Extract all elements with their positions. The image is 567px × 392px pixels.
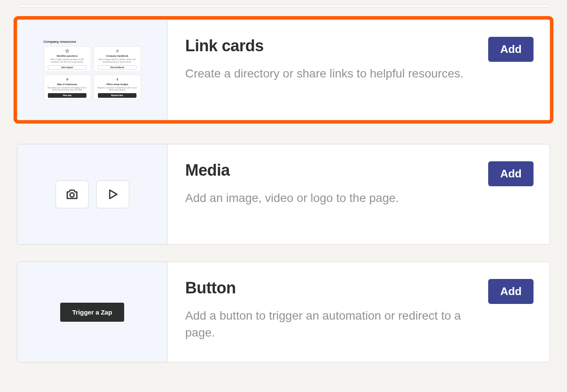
link-cards-mock: Company resources Benefits questions Wan… bbox=[44, 40, 141, 100]
tile-title: Benefits questions bbox=[57, 55, 78, 57]
trigger-zap-button-preview: Trigger a Zap bbox=[60, 303, 124, 322]
tile-title: Office setup budget bbox=[106, 83, 128, 86]
tile-desc: See where your coworkers are logging in … bbox=[46, 87, 89, 92]
tile-button: Request item bbox=[98, 93, 137, 98]
option-content: Media Add an image, video or logo to the… bbox=[167, 144, 550, 244]
tile-button: Start request bbox=[48, 65, 87, 70]
bookmark-icon bbox=[115, 49, 120, 53]
media-icons-row bbox=[56, 180, 129, 208]
link-card-tile: Company handbook View company mission, p… bbox=[94, 46, 141, 72]
tile-desc: Want to talk to people ops about an HR q… bbox=[46, 58, 89, 63]
svg-point-3 bbox=[67, 78, 68, 79]
link-cards-mock-grid: Benefits questions Want to talk to peopl… bbox=[44, 46, 141, 100]
option-content: Button Add a button to trigger an automa… bbox=[167, 262, 550, 362]
option-text: Link cards Create a directory or share l… bbox=[185, 37, 475, 82]
add-media-button[interactable]: Add bbox=[488, 161, 534, 186]
play-icon bbox=[96, 180, 129, 208]
option-title: Link cards bbox=[185, 37, 475, 55]
preview-button: Trigger a Zap bbox=[17, 262, 167, 362]
tile-desc: Request a new item to expense as part of… bbox=[96, 87, 139, 92]
option-title: Button bbox=[185, 279, 475, 297]
add-button-button[interactable]: Add bbox=[488, 279, 534, 304]
previous-option-card-edge bbox=[17, 4, 550, 8]
dollar-icon bbox=[115, 77, 120, 82]
preview-link-cards: Company resources Benefits questions Wan… bbox=[17, 20, 167, 120]
tile-button: View handbook bbox=[98, 65, 137, 70]
option-description: Add an image, video or logo to the page. bbox=[185, 190, 475, 207]
tile-title: Company handbook bbox=[106, 55, 128, 57]
option-card-button: Trigger a Zap Button Add a button to tri… bbox=[17, 262, 550, 362]
preview-media bbox=[17, 144, 167, 244]
link-card-tile: Benefits questions Want to talk to peopl… bbox=[44, 46, 91, 72]
option-description: Create a directory or share links to hel… bbox=[185, 65, 475, 82]
option-content: Link cards Create a directory or share l… bbox=[167, 20, 550, 120]
camera-icon bbox=[56, 180, 89, 208]
svg-point-4 bbox=[70, 193, 74, 197]
tile-title: Map of employees bbox=[57, 83, 78, 86]
add-link-cards-button[interactable]: Add bbox=[488, 37, 534, 62]
option-text: Media Add an image, video or logo to the… bbox=[185, 161, 475, 207]
option-card-media: Media Add an image, video or logo to the… bbox=[17, 144, 550, 245]
tile-desc: View company mission, policies, values, … bbox=[96, 58, 139, 63]
option-title: Media bbox=[185, 161, 475, 179]
option-card-link-cards: Company resources Benefits questions Wan… bbox=[17, 19, 550, 120]
option-text: Button Add a button to trigger an automa… bbox=[185, 279, 475, 341]
link-card-tile: Office setup budget Request a new item t… bbox=[94, 75, 141, 100]
svg-point-2 bbox=[66, 78, 67, 79]
link-card-tile: Map of employees See where your coworker… bbox=[44, 75, 91, 100]
people-icon bbox=[65, 77, 69, 82]
option-description: Add a button to trigger an automation or… bbox=[185, 307, 475, 341]
link-cards-mock-heading: Company resources bbox=[44, 40, 141, 44]
tile-button: View map bbox=[48, 93, 87, 98]
help-icon bbox=[65, 49, 69, 53]
